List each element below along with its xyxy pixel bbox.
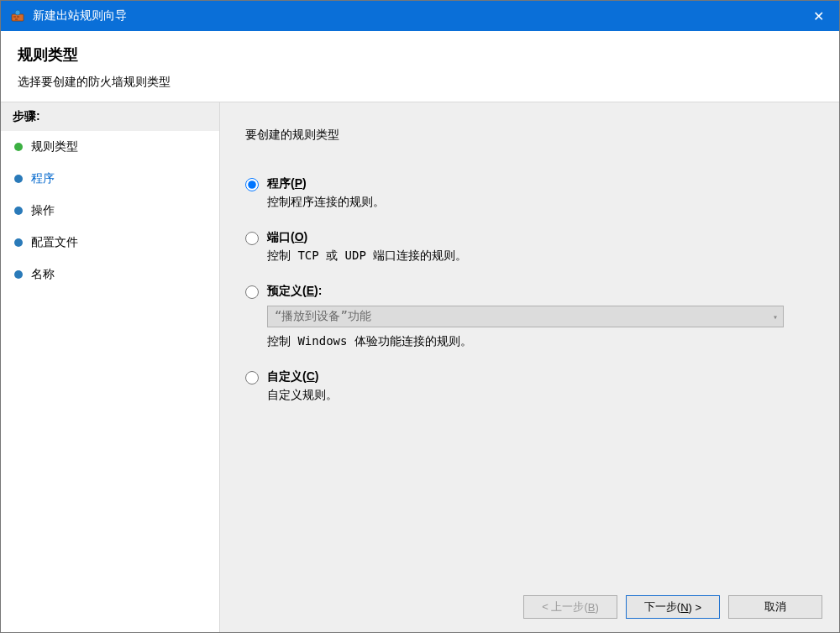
step-action[interactable]: 操作 — [1, 195, 219, 227]
radio-program[interactable] — [245, 178, 259, 191]
bullet-icon — [14, 143, 23, 151]
option-label: 端口(O) — [267, 230, 467, 245]
option-program[interactable]: 程序(P) 控制程序连接的规则。 — [245, 176, 814, 210]
predefined-dropdown: “播放到设备”功能 ▾ — [267, 306, 784, 327]
body: 步骤: 规则类型 程序 操作 配置文件 名称 要创建的规 — [1, 102, 839, 632]
option-desc: 控制 TCP 或 UDP 端口连接的规则。 — [267, 248, 467, 264]
option-port[interactable]: 端口(O) 控制 TCP 或 UDP 端口连接的规则。 — [245, 230, 814, 264]
bullet-icon — [14, 270, 23, 279]
step-name[interactable]: 名称 — [1, 259, 219, 290]
radio-custom[interactable] — [245, 371, 259, 385]
dropdown-value: “播放到设备”功能 — [275, 309, 371, 324]
bullet-icon — [14, 238, 23, 247]
page-header: 规则类型 选择要创建的防火墙规则类型 — [1, 31, 839, 102]
svg-rect-1 — [13, 16, 16, 18]
option-desc: 自定义规则。 — [267, 388, 338, 403]
step-rule-type[interactable]: 规则类型 — [1, 131, 219, 163]
steps-sidebar: 步骤: 规则类型 程序 操作 配置文件 名称 — [1, 102, 220, 632]
step-label: 名称 — [31, 267, 55, 282]
back-button: < 上一步(B) — [523, 595, 617, 619]
main-panel: 要创建的规则类型 程序(P) 控制程序连接的规则。 端口( — [220, 102, 839, 632]
app-icon — [9, 8, 26, 24]
titlebar: 新建出站规则向导 ✕ — [1, 1, 839, 31]
step-label: 配置文件 — [31, 235, 78, 250]
step-label: 操作 — [31, 203, 55, 218]
radio-port[interactable] — [245, 232, 259, 245]
step-program[interactable]: 程序 — [1, 163, 219, 195]
steps-header: 步骤: — [1, 102, 219, 131]
svg-rect-3 — [15, 18, 18, 20]
option-label: 自定义(C) — [267, 369, 338, 385]
bullet-icon — [14, 207, 23, 215]
bullet-icon — [14, 175, 23, 183]
main-prompt: 要创建的规则类型 — [245, 128, 814, 143]
radio-predefined[interactable] — [245, 285, 259, 299]
option-label: 预定义(E): — [267, 284, 784, 299]
option-custom[interactable]: 自定义(C) 自定义规则。 — [245, 369, 814, 403]
wizard-window: 新建出站规则向导 ✕ 规则类型 选择要创建的防火墙规则类型 步骤: 规则类型 程… — [0, 0, 840, 633]
option-predefined[interactable]: 预定义(E): “播放到设备”功能 ▾ 控制 Windows 体验功能连接的规则… — [245, 284, 814, 349]
option-desc: 控制 Windows 体验功能连接的规则。 — [267, 334, 784, 349]
page-subtitle: 选择要创建的防火墙规则类型 — [18, 75, 822, 90]
step-label: 规则类型 — [31, 139, 78, 154]
options-group: 程序(P) 控制程序连接的规则。 端口(O) 控制 TCP 或 UDP 端口连接… — [245, 176, 814, 403]
option-desc: 控制程序连接的规则。 — [267, 195, 385, 210]
chevron-down-icon: ▾ — [773, 312, 778, 322]
step-profile[interactable]: 配置文件 — [1, 227, 219, 259]
close-button[interactable]: ✕ — [806, 8, 831, 24]
button-row: < 上一步(B) 下一步(N) > 取消 — [523, 595, 822, 619]
svg-rect-2 — [17, 16, 19, 18]
next-button[interactable]: 下一步(N) > — [626, 595, 720, 619]
cancel-button[interactable]: 取消 — [728, 595, 822, 619]
option-label: 程序(P) — [267, 176, 385, 191]
svg-point-4 — [15, 10, 20, 15]
window-title: 新建出站规则向导 — [33, 8, 806, 24]
page-title: 规则类型 — [18, 44, 822, 65]
step-label: 程序 — [31, 171, 55, 186]
